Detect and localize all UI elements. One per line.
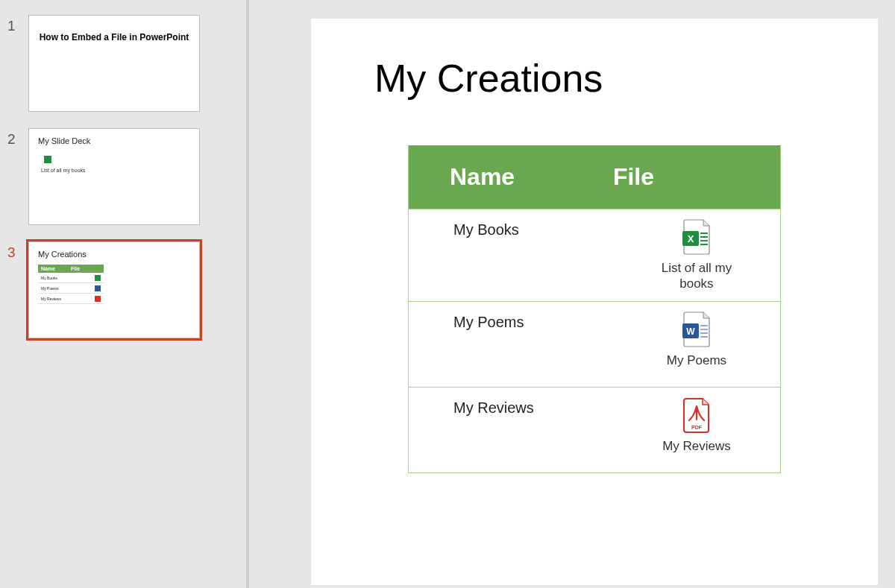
thumbnail-number: 2 xyxy=(7,128,28,148)
table-header: Name File xyxy=(409,145,780,209)
thumbnail-row-2: 2 My Slide Deck List of all my books xyxy=(7,128,235,225)
thumb3-cell: My Books xyxy=(41,276,95,280)
thumbnail-number: 3 xyxy=(7,241,28,261)
file-caption: My Poems xyxy=(667,353,726,368)
pdf-icon xyxy=(95,296,101,302)
thumb2-caption: List of all my books xyxy=(41,168,190,174)
row-name: My Books xyxy=(409,218,613,292)
file-caption: List of all my books xyxy=(648,260,745,292)
excel-icon xyxy=(44,156,51,163)
thumb1-title: How to Embed a File in PowerPoint xyxy=(38,32,190,44)
row-name: My Poems xyxy=(409,311,613,378)
header-name: Name xyxy=(409,163,613,191)
word-icon xyxy=(95,285,101,291)
svg-text:PDF: PDF xyxy=(691,425,703,430)
thumb3-header-file: File xyxy=(71,266,101,271)
word-file-icon[interactable]: W xyxy=(681,311,712,348)
slide-thumbnail-3[interactable]: My Creations Name File My Books My Poems… xyxy=(28,241,200,338)
table-row: My Books X Lis xyxy=(409,209,780,301)
thumb3-title: My Creations xyxy=(38,250,190,259)
embedded-files-table[interactable]: Name File My Books X xyxy=(408,145,781,473)
thumb3-header-name: Name xyxy=(41,266,71,271)
file-caption: My Reviews xyxy=(662,438,731,454)
slide-editor-area: My Creations Name File My Books X xyxy=(249,0,895,588)
row-file: W My Poems xyxy=(613,311,780,378)
slide-canvas[interactable]: My Creations Name File My Books X xyxy=(311,19,878,585)
thumb2-title: My Slide Deck xyxy=(38,136,190,145)
thumbnail-row-3: 3 My Creations Name File My Books My Poe… xyxy=(7,241,235,338)
svg-text:X: X xyxy=(688,233,694,244)
thumb3-cell: My Poems xyxy=(41,286,95,291)
row-file: PDF My Reviews xyxy=(613,396,780,464)
thumb3-row: My Poems xyxy=(38,283,104,294)
header-file: File xyxy=(613,163,780,191)
slide-thumbnail-2[interactable]: My Slide Deck List of all my books xyxy=(28,128,200,225)
row-name: My Reviews xyxy=(409,396,613,464)
svg-text:W: W xyxy=(686,326,695,337)
table-row: My Reviews PDF My Reviews xyxy=(409,387,780,472)
thumb3-cell: My Reviews xyxy=(41,297,95,301)
row-file: X List of all my books xyxy=(613,218,780,292)
pdf-file-icon[interactable]: PDF xyxy=(681,396,712,434)
thumb3-table-header: Name File xyxy=(38,265,104,273)
excel-file-icon[interactable]: X xyxy=(681,218,712,256)
thumb3-mini-table: Name File My Books My Poems My Reviews xyxy=(38,265,104,304)
thumb3-row: My Reviews xyxy=(38,294,104,304)
slide-thumbnail-panel: 1 How to Embed a File in PowerPoint 2 My… xyxy=(0,0,246,588)
thumbnail-number: 1 xyxy=(7,15,28,34)
thumbnail-row-1: 1 How to Embed a File in PowerPoint xyxy=(7,15,235,112)
table-row: My Poems W My xyxy=(409,301,780,387)
slide-thumbnail-1[interactable]: How to Embed a File in PowerPoint xyxy=(28,15,200,112)
excel-icon xyxy=(95,275,101,281)
thumb3-row: My Books xyxy=(38,273,104,283)
slide-title[interactable]: My Creations xyxy=(374,56,837,101)
